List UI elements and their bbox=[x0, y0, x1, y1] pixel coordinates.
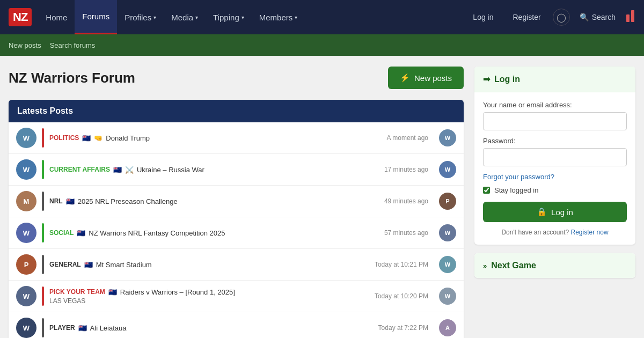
post-content: PICK YOUR TEAM 🇳🇿 Raiders v Warriors – [… bbox=[49, 288, 364, 305]
table-row[interactable]: P GENERAL 🇳🇿 Mt Smart Stadium Today at 1… bbox=[9, 249, 464, 281]
register-button[interactable]: Register bbox=[506, 10, 548, 25]
post-indicator bbox=[42, 318, 44, 337]
nav-media[interactable]: Media ▾ bbox=[164, 0, 206, 34]
post-title: 2025 NRL Preseason Challenge bbox=[78, 197, 178, 205]
table-row[interactable]: W PICK YOUR TEAM 🇳🇿 Raiders v Warriors –… bbox=[9, 281, 464, 312]
topbar: New posts Search forums bbox=[0, 34, 644, 56]
post-category: PLAYER bbox=[49, 324, 75, 332]
post-time: A moment ago bbox=[382, 134, 434, 142]
new-posts-button[interactable]: ⚡ New posts bbox=[388, 67, 464, 89]
post-indicator bbox=[42, 128, 44, 148]
post-category: SOCIAL bbox=[49, 229, 74, 237]
logo[interactable]: NZ bbox=[9, 8, 32, 26]
user-avatar: W bbox=[439, 161, 456, 178]
user-avatar: W bbox=[439, 224, 456, 241]
post-indicator bbox=[42, 192, 44, 211]
main-content: NZ Warriors Forum ⚡ New posts Latests Po… bbox=[0, 56, 644, 338]
post-indicator bbox=[42, 223, 44, 243]
post-content: NRL 🇳🇿 2025 NRL Preseason Challenge bbox=[49, 197, 374, 205]
nav-items: Home Forums Profiles ▾ Media ▾ Tipping ▾… bbox=[38, 0, 465, 34]
avatar: W bbox=[16, 286, 36, 306]
stay-logged-label: Stay logged in bbox=[494, 186, 538, 194]
stay-logged-checkbox[interactable] bbox=[483, 187, 490, 194]
post-time: 17 minutes ago bbox=[379, 166, 434, 173]
post-time: Today at 10:21 PM bbox=[369, 261, 434, 268]
avatar: P bbox=[16, 254, 36, 275]
post-time: 49 minutes ago bbox=[379, 197, 434, 205]
table-row[interactable]: W CURRENT AFFAIRS 🇳🇿 ⚔️ Ukraine – Russia… bbox=[9, 154, 464, 186]
table-row[interactable]: W POLITICS 🇳🇿 🤜 Donald Trump A moment ag… bbox=[9, 122, 464, 154]
user-avatar: W bbox=[439, 288, 456, 305]
post-content: GENERAL 🇳🇿 Mt Smart Stadium bbox=[49, 261, 364, 269]
post-indicator bbox=[42, 255, 44, 274]
login-box: ➡ Log in Your name or email address: Pas… bbox=[474, 67, 635, 245]
new-posts-link[interactable]: New posts bbox=[9, 39, 41, 52]
name-label: Your name or email address: bbox=[483, 101, 627, 109]
nav-tipping[interactable]: Tipping ▾ bbox=[206, 0, 252, 34]
search-button[interactable]: 🔍 Search bbox=[574, 11, 621, 24]
nav-profiles[interactable]: Profiles ▾ bbox=[117, 0, 164, 34]
post-content: CURRENT AFFAIRS 🇳🇿 ⚔️ Ukraine – Russia W… bbox=[49, 166, 374, 174]
post-indicator bbox=[42, 286, 44, 306]
nav-members[interactable]: Members ▾ bbox=[252, 0, 305, 34]
login-form: Your name or email address: Password: Fo… bbox=[474, 92, 635, 245]
latest-posts-box: Latests Posts W POLITICS 🇳🇿 🤜 Donald Tru… bbox=[9, 100, 464, 338]
chevron-down-icon: ▾ bbox=[195, 14, 198, 20]
user-avatar: P bbox=[439, 193, 456, 210]
stay-logged-row: Stay logged in bbox=[483, 186, 627, 194]
page-header: NZ Warriors Forum ⚡ New posts bbox=[9, 67, 464, 89]
login-header: ➡ Log in bbox=[474, 67, 635, 92]
forgot-password-link[interactable]: Forgot your password? bbox=[483, 173, 627, 181]
chevron-right-icon: » bbox=[483, 262, 487, 270]
post-title: Ukraine – Russia War bbox=[137, 166, 204, 174]
register-now-link[interactable]: Register now bbox=[571, 229, 609, 236]
post-time: Today at 10:20 PM bbox=[369, 292, 434, 300]
chevron-down-icon: ▾ bbox=[241, 14, 244, 20]
lightning-icon: ⚡ bbox=[400, 73, 410, 83]
nav-home[interactable]: Home bbox=[38, 0, 75, 34]
login-icon: ➡ bbox=[483, 74, 490, 84]
post-title: Mt Smart Stadium bbox=[96, 261, 152, 269]
notification-icon[interactable]: ◯ bbox=[553, 9, 570, 26]
search-icon: 🔍 bbox=[580, 13, 589, 21]
password-field[interactable] bbox=[483, 148, 627, 166]
post-content: PLAYER 🇳🇿 Ali Leiataua bbox=[49, 324, 368, 332]
avatar: M bbox=[16, 191, 36, 211]
post-subtitle: LAS VEGAS bbox=[49, 297, 364, 305]
logo-text: NZ bbox=[9, 8, 32, 26]
avatar: W bbox=[16, 128, 36, 148]
table-row[interactable]: W PLAYER 🇳🇿 Ali Leiataua Today at 7:22 P… bbox=[9, 312, 464, 338]
post-category: PICK YOUR TEAM bbox=[49, 288, 105, 296]
post-title: Donald Trump bbox=[106, 134, 150, 142]
avatar: W bbox=[16, 223, 36, 243]
post-category: CURRENT AFFAIRS bbox=[49, 166, 110, 173]
post-category: POLITICS bbox=[49, 134, 79, 142]
user-avatar: A bbox=[439, 319, 456, 336]
email-field[interactable] bbox=[483, 112, 627, 130]
post-indicator bbox=[42, 160, 44, 179]
navbar-right: Log in Register ◯ 🔍 Search bbox=[465, 9, 635, 26]
nav-forums[interactable]: Forums bbox=[75, 0, 117, 34]
search-forums-link[interactable]: Search forums bbox=[50, 39, 96, 52]
avatar: W bbox=[16, 318, 36, 338]
chevron-down-icon: ▾ bbox=[295, 14, 297, 20]
password-label: Password: bbox=[483, 137, 627, 145]
page-title: NZ Warriors Forum bbox=[9, 70, 135, 86]
next-game-header: » Next Game bbox=[474, 253, 635, 278]
user-avatar: W bbox=[439, 129, 456, 146]
post-content: POLITICS 🇳🇿 🤜 Donald Trump bbox=[49, 134, 376, 142]
table-row[interactable]: W SOCIAL 🇳🇿 NZ Warriors NRL Fantasy Comp… bbox=[9, 217, 464, 249]
register-text: Don't have an account? Register now bbox=[483, 229, 627, 236]
left-column: NZ Warriors Forum ⚡ New posts Latests Po… bbox=[9, 67, 464, 338]
table-row[interactable]: M NRL 🇳🇿 2025 NRL Preseason Challenge 49… bbox=[9, 186, 464, 217]
post-time: 57 minutes ago bbox=[379, 229, 434, 237]
post-title: Raiders v Warriors – [Round 1, 2025] bbox=[120, 288, 235, 296]
login-button[interactable]: Log in bbox=[465, 10, 501, 25]
stats-icon bbox=[625, 11, 635, 23]
post-content: SOCIAL 🇳🇿 NZ Warriors NRL Fantasy Compet… bbox=[49, 229, 374, 237]
login-submit-button[interactable]: 🔒 Log in bbox=[483, 202, 627, 222]
post-category: GENERAL bbox=[49, 261, 81, 268]
next-game-box: » Next Game bbox=[474, 253, 635, 278]
post-category: NRL bbox=[49, 197, 63, 205]
right-column: ➡ Log in Your name or email address: Pas… bbox=[474, 67, 635, 338]
